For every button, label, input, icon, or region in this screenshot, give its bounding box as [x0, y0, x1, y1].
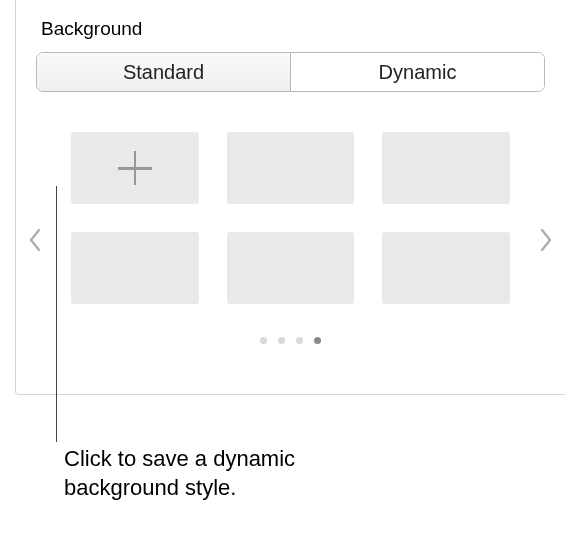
- style-slot[interactable]: [382, 232, 510, 304]
- plus-icon: [118, 151, 152, 185]
- carousel-prev-button[interactable]: [21, 222, 49, 262]
- page-dot[interactable]: [278, 337, 285, 344]
- style-carousel: [16, 132, 565, 362]
- callout-leader-line: [56, 186, 57, 442]
- background-panel: Background Standard Dynamic: [15, 0, 565, 395]
- segment-standard-label: Standard: [123, 61, 204, 84]
- style-slot[interactable]: [227, 232, 355, 304]
- page-dot[interactable]: [260, 337, 267, 344]
- chevron-right-icon: [539, 228, 553, 256]
- page-dots: [16, 337, 565, 344]
- style-slot[interactable]: [71, 232, 199, 304]
- page-dot-active[interactable]: [314, 337, 321, 344]
- background-mode-segmented: Standard Dynamic: [36, 52, 545, 92]
- carousel-next-button[interactable]: [532, 222, 560, 262]
- chevron-left-icon: [28, 228, 42, 256]
- segment-standard[interactable]: Standard: [37, 53, 290, 91]
- style-slot[interactable]: [227, 132, 355, 204]
- add-style-button[interactable]: [71, 132, 199, 204]
- segment-dynamic[interactable]: Dynamic: [290, 53, 544, 91]
- page-dot[interactable]: [296, 337, 303, 344]
- panel-heading: Background: [16, 0, 565, 40]
- segment-dynamic-label: Dynamic: [379, 61, 457, 84]
- callout-text: Click to save a dynamic background style…: [64, 445, 404, 502]
- style-grid: [71, 132, 510, 304]
- style-slot[interactable]: [382, 132, 510, 204]
